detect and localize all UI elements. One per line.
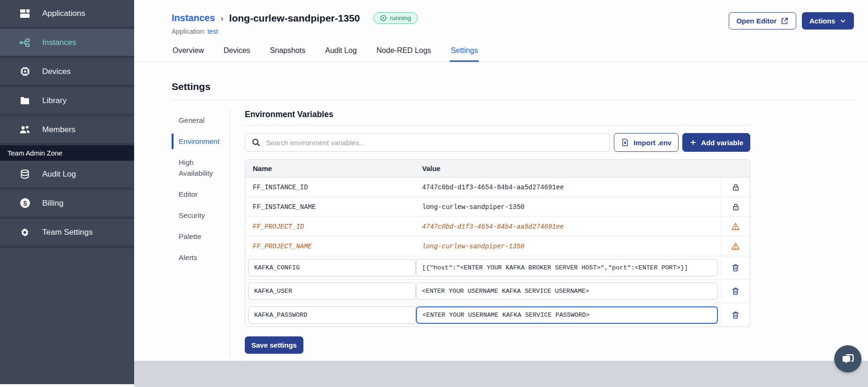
library-icon — [19, 95, 31, 107]
env-var-value-input[interactable] — [416, 259, 718, 276]
audit-log-icon — [19, 168, 31, 180]
env-var-value: long-curlew-sandpiper-1350 — [422, 243, 721, 250]
devices-icon — [19, 66, 31, 78]
trash-icon — [731, 311, 740, 320]
footer-band — [134, 361, 868, 387]
save-settings-button[interactable]: Save settings — [245, 336, 303, 354]
breadcrumb-separator: › — [220, 13, 223, 23]
sidebar-item-applications[interactable]: Applications — [0, 0, 134, 29]
env-var-name-input[interactable] — [248, 283, 416, 300]
env-var-name: FF_INSTANCE_NAME — [245, 203, 422, 211]
delete-variable-button[interactable] — [731, 287, 740, 296]
env-var-name: FF_PROJECT_NAME — [245, 243, 422, 250]
trash-icon — [731, 287, 740, 296]
column-header-value: Value — [422, 164, 721, 172]
chevron-down-icon — [839, 17, 846, 24]
chat-icon — [841, 352, 855, 366]
subnav-divider — [230, 110, 230, 358]
table-row — [245, 256, 750, 280]
sidebar-item-library[interactable]: Library — [0, 87, 134, 116]
sidebar-item-label: Audit Log — [42, 170, 76, 179]
settings-subnav: General Environment High Availability Ed… — [172, 110, 225, 268]
search-icon — [251, 138, 261, 147]
sidebar-item-team-settings[interactable]: Team Settings — [0, 219, 134, 248]
delete-variable-button[interactable] — [731, 263, 740, 272]
tab-node-red-logs[interactable]: Node-RED Logs — [376, 42, 432, 62]
env-var-name-input[interactable] — [248, 259, 416, 276]
import-env-label: Import .env — [634, 139, 672, 147]
subnav-item-environment[interactable]: Environment — [172, 131, 225, 152]
table-row: FF_PROJECT_ID 4747c0bd-d1f3-4654-84b4-aa… — [245, 217, 750, 237]
table-row — [245, 303, 750, 327]
sidebar-item-label: Applications — [42, 9, 85, 18]
env-var-name: FF_PROJECT_ID — [245, 223, 422, 231]
subnav-item-high-availability[interactable]: High Availability — [172, 152, 225, 184]
env-var-value: 4747c0bd-d1f3-4654-84b4-aa5d274691ee — [422, 184, 721, 191]
add-variable-button[interactable]: Add variable — [682, 133, 750, 152]
column-header-name: Name — [245, 164, 422, 172]
subnav-item-general[interactable]: General — [172, 110, 225, 131]
env-var-name: FF_INSTANCE_ID — [245, 184, 422, 191]
breadcrumb-instances-link[interactable]: Instances — [172, 13, 215, 23]
svg-text:$: $ — [23, 200, 27, 207]
sidebar-item-label: Billing — [42, 199, 63, 208]
sidebar-item-audit-log[interactable]: Audit Log — [0, 161, 134, 190]
instance-name: long-curlew-sandpiper-1350 — [229, 13, 360, 24]
search-input[interactable] — [266, 139, 604, 147]
tab-settings[interactable]: Settings — [450, 42, 479, 62]
external-link-icon — [781, 17, 789, 25]
main-area: Instances › long-curlew-sandpiper-1350 r… — [134, 0, 868, 361]
open-editor-label: Open Editor — [736, 17, 777, 25]
status-badge-label: running — [390, 15, 411, 22]
sidebar-item-billing[interactable]: $ Billing — [0, 190, 134, 219]
import-env-icon — [621, 138, 629, 147]
sidebar-item-label: Members — [42, 125, 75, 134]
env-var-value-input[interactable] — [416, 283, 718, 300]
sidebar-item-members[interactable]: Members — [0, 116, 134, 145]
delete-variable-button[interactable] — [731, 311, 740, 320]
instance-tabs: Overview Devices Snapshots Audit Log Nod… — [134, 42, 868, 62]
sidebar-item-label: Team Settings — [42, 228, 93, 237]
trash-icon — [731, 263, 740, 272]
team-settings-icon — [19, 226, 31, 238]
lock-icon — [732, 203, 740, 211]
env-var-value: 4747c0bd-d1f3-4654-84b4-aa5d274691ee — [422, 223, 721, 231]
import-env-button[interactable]: Import .env — [614, 133, 679, 152]
table-row: FF_INSTANCE_NAME long-curlew-sandpiper-1… — [245, 197, 750, 217]
search-box — [245, 133, 610, 152]
sidebar-item-instances[interactable]: Instances — [0, 29, 134, 58]
open-editor-button[interactable]: Open Editor — [729, 12, 796, 30]
sidebar-item-devices[interactable]: Devices — [0, 58, 134, 87]
sidebar-item-label: Library — [42, 96, 67, 105]
sidebar-section-team-admin-zone: Team Admin Zone — [0, 145, 134, 161]
sidebar-item-label: Instances — [42, 38, 76, 47]
env-var-value-input[interactable] — [416, 306, 718, 324]
section-title: Environment Variables — [245, 110, 750, 126]
tab-devices[interactable]: Devices — [223, 42, 251, 62]
warning-icon — [731, 242, 740, 251]
subnav-item-palette[interactable]: Palette — [172, 226, 225, 247]
status-badge: running — [373, 12, 418, 24]
env-var-name-input[interactable] — [248, 306, 416, 324]
table-row: FF_PROJECT_NAME long-curlew-sandpiper-13… — [245, 237, 750, 256]
sidebar-item-label: Devices — [42, 67, 70, 76]
actions-label: Actions — [809, 17, 835, 25]
sidebar-section-label: Team Admin Zone — [8, 149, 62, 157]
tab-overview[interactable]: Overview — [172, 42, 205, 62]
table-row — [245, 280, 750, 303]
actions-button[interactable]: Actions — [802, 12, 854, 30]
add-variable-label: Add variable — [701, 139, 743, 147]
subnav-item-alerts[interactable]: Alerts — [172, 247, 225, 268]
chat-widget-button[interactable] — [834, 345, 861, 372]
table-header: Name Value — [245, 160, 750, 178]
application-link[interactable]: test — [207, 28, 218, 35]
tab-audit-log[interactable]: Audit Log — [324, 42, 358, 62]
table-row: FF_INSTANCE_ID 4747c0bd-d1f3-4654-84b4-a… — [245, 178, 750, 197]
tab-snapshots[interactable]: Snapshots — [269, 42, 307, 62]
application-label: Application: — [172, 28, 205, 35]
subnav-item-security[interactable]: Security — [172, 205, 225, 226]
plus-icon — [689, 139, 697, 146]
environment-table: Name Value FF_INSTANCE_ID 4747c0bd-d1f3-… — [245, 159, 750, 327]
subnav-item-editor[interactable]: Editor — [172, 184, 225, 205]
environment-toolbar: Import .env Add variable — [245, 133, 750, 152]
